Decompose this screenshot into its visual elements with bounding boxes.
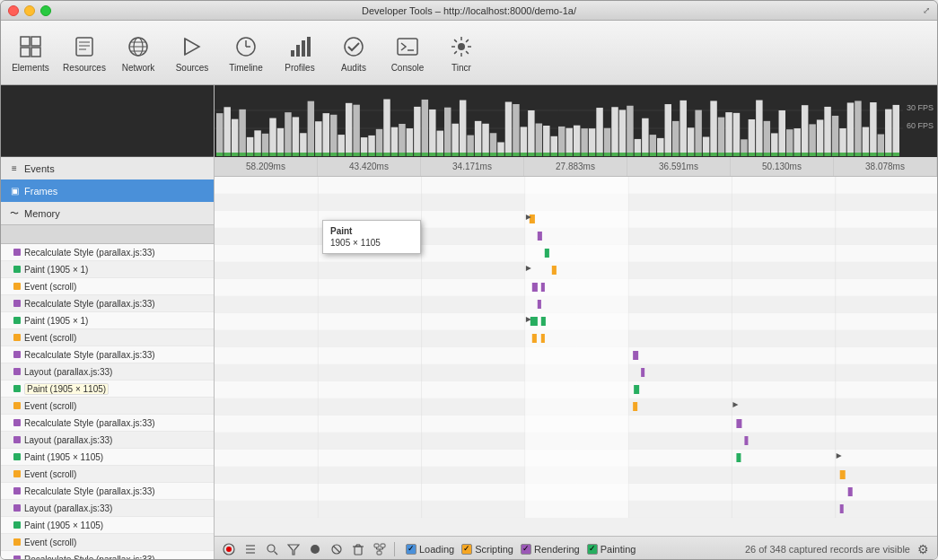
ms-col-6: 38.078ms: [834, 157, 937, 176]
record-label-11: Layout (parallax.js:33): [1, 432, 214, 449]
fps-chart: 30 FPS 60 FPS: [215, 85, 937, 157]
fps-sidebar-spacer: [1, 85, 214, 157]
svg-rect-0: [21, 37, 30, 46]
filter-loading[interactable]: Loading: [406, 544, 454, 555]
console-label: Console: [391, 63, 425, 73]
sidebar-item-events[interactable]: ≡ Events: [1, 157, 214, 179]
svg-rect-37: [355, 547, 362, 555]
toolbar-network[interactable]: Network: [112, 24, 164, 82]
maximize-button[interactable]: [40, 5, 51, 16]
loading-label: Loading: [419, 544, 454, 555]
sidebar-item-frames[interactable]: ▣ Frames: [1, 179, 214, 202]
record-label-8[interactable]: Paint (1905 × 1105): [1, 381, 214, 398]
network-label: Network: [122, 63, 155, 73]
record-label-5: Event (scroll): [1, 329, 214, 346]
svg-rect-1: [31, 37, 40, 46]
svg-rect-4: [76, 38, 92, 56]
settings-icon[interactable]: ⚙: [914, 540, 932, 558]
filter-scripting[interactable]: Scripting: [461, 544, 513, 555]
toolbar-sources[interactable]: Sources: [166, 24, 218, 82]
traffic-lights: [8, 5, 51, 16]
events-label: Events: [24, 163, 55, 174]
ms-col-0: 58.209ms: [215, 157, 318, 176]
sources-label: Sources: [176, 63, 209, 73]
minimize-button[interactable]: [24, 5, 35, 16]
sidebar-item-memory[interactable]: 〜 Memory: [1, 202, 214, 224]
svg-point-34: [311, 545, 320, 554]
timeline-header-spacer: [1, 224, 214, 244]
svg-point-22: [345, 38, 363, 56]
record-button[interactable]: [220, 540, 238, 558]
title-bar: Developer Tools – http://localhost:8000/…: [1, 1, 937, 21]
svg-point-31: [267, 545, 275, 552]
record-label-3: Recalculate Style (parallax.js:33): [1, 295, 214, 312]
ms-col-5: 50.130ms: [731, 157, 834, 176]
toolbar-elements[interactable]: Elements: [4, 24, 57, 82]
toolbar-audits[interactable]: Audits: [328, 24, 380, 82]
resources-label: Resources: [63, 63, 106, 73]
filter-rendering[interactable]: Rendering: [521, 544, 580, 555]
frames-label: Frames: [24, 186, 57, 197]
rendering-checkbox[interactable]: [521, 544, 531, 555]
resources-icon: [70, 32, 99, 61]
status-text: 26 of 348 captured records are visible: [745, 544, 910, 555]
scripting-label: Scripting: [475, 544, 513, 555]
profiles-icon: [285, 32, 314, 61]
timeline-label: Timeline: [229, 63, 262, 73]
filter-group: Loading Scripting Rendering Painting: [406, 544, 636, 555]
record-label-14: Recalculate Style (parallax.js:33): [1, 483, 214, 500]
record-label-18: Recalculate Style (parallax.js:33): [1, 551, 214, 560]
list-icon[interactable]: [241, 540, 259, 558]
svg-rect-2: [21, 48, 30, 57]
audits-icon: [339, 32, 368, 61]
toolbar-profiles[interactable]: Profiles: [274, 24, 326, 82]
toolbar-tincr[interactable]: Tincr: [435, 24, 487, 82]
record-label-16: Paint (1905 × 1105): [1, 517, 214, 534]
toolbar-console[interactable]: Console: [381, 24, 434, 82]
painting-checkbox[interactable]: [587, 544, 598, 555]
main-panel: ≡ Events ▣ Frames 〜 Memory Recalculate S…: [1, 85, 937, 560]
elements-label: Elements: [12, 63, 49, 73]
network-icon: [124, 32, 153, 61]
toolbar-resources[interactable]: Resources: [58, 24, 110, 82]
svg-rect-18: [291, 50, 294, 57]
record-label-10: Recalculate Style (parallax.js:33): [1, 415, 214, 432]
close-button[interactable]: [8, 5, 19, 16]
record-label-15: Layout (parallax.js:33): [1, 500, 214, 517]
trash-icon[interactable]: [349, 540, 367, 558]
content-area: 30 FPS 60 FPS 58.209ms 43.420ms 34.171ms…: [215, 85, 937, 560]
bottom-separator-1: [394, 542, 395, 556]
record-label-13: Event (scroll): [1, 466, 214, 483]
record-label-17: Event (scroll): [1, 534, 214, 551]
memory-label: Memory: [24, 208, 60, 219]
svg-point-27: [226, 547, 232, 552]
record-label-12: Paint (1905 × 1105): [1, 449, 214, 466]
svg-rect-42: [374, 544, 379, 547]
svg-rect-3: [31, 48, 40, 57]
record-label-9: Event (scroll): [1, 398, 214, 415]
filter-icon[interactable]: [285, 540, 302, 558]
tooltip-title: Paint: [330, 226, 413, 236]
elements-icon: [16, 32, 45, 61]
ban-icon[interactable]: [328, 540, 346, 558]
frames-icon: ▣: [8, 186, 21, 196]
sidebar: ≡ Events ▣ Frames 〜 Memory Recalculate S…: [1, 85, 215, 560]
search-icon[interactable]: [263, 540, 281, 558]
painting-label: Painting: [600, 544, 636, 555]
svg-line-32: [275, 551, 278, 555]
svg-rect-23: [398, 39, 417, 55]
expand-icon[interactable]: ⤢: [923, 5, 930, 15]
record-label-1: Paint (1905 × 1): [1, 261, 214, 278]
scripting-checkbox[interactable]: [461, 544, 472, 555]
events-icon: ≡: [8, 163, 21, 173]
loading-checkbox[interactable]: [406, 544, 416, 555]
toolbar-timeline[interactable]: Timeline: [220, 24, 272, 82]
circle-icon[interactable]: [306, 540, 324, 558]
record-label-4: Paint (1905 × 1): [1, 312, 214, 329]
tree-icon[interactable]: [371, 540, 389, 558]
filter-painting[interactable]: Painting: [587, 544, 636, 555]
ms-col-2: 34.171ms: [421, 157, 524, 176]
record-label-7: Layout (parallax.js:33): [1, 363, 214, 381]
ms-col-4: 36.591ms: [627, 157, 731, 176]
timeline-header: 58.209ms 43.420ms 34.171ms 27.883ms 36.5…: [215, 157, 937, 177]
